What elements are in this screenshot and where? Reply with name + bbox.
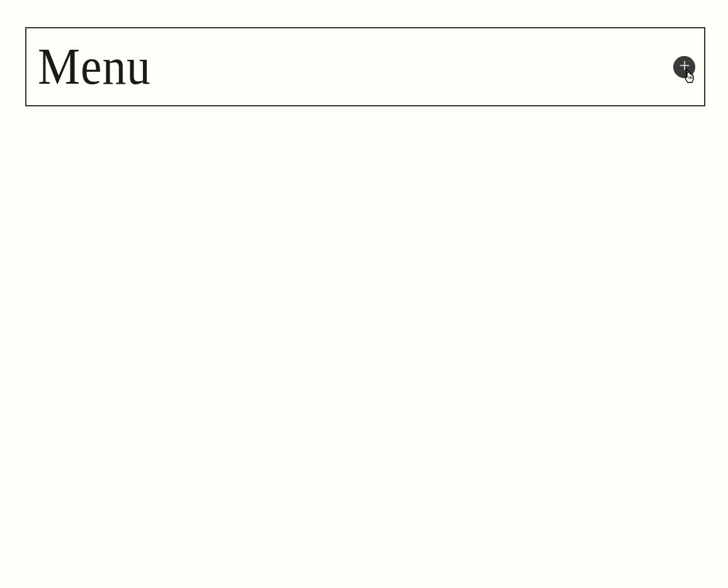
menu-panel: Menu (25, 27, 705, 106)
plus-icon (678, 59, 691, 75)
menu-title: Menu (38, 37, 151, 96)
expand-menu-button[interactable] (673, 56, 695, 78)
